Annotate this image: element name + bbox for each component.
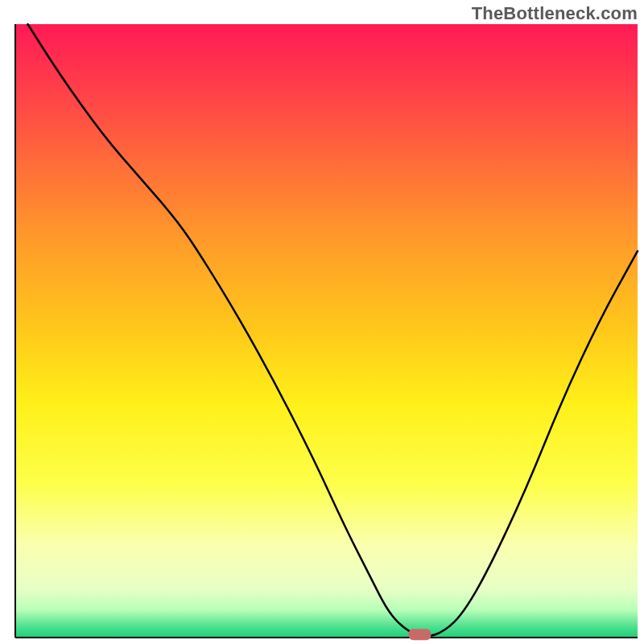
optimal-marker bbox=[408, 629, 431, 640]
plot-background bbox=[15, 24, 638, 638]
bottleneck-chart bbox=[0, 0, 644, 644]
chart-frame: TheBottleneck.com bbox=[0, 0, 644, 644]
